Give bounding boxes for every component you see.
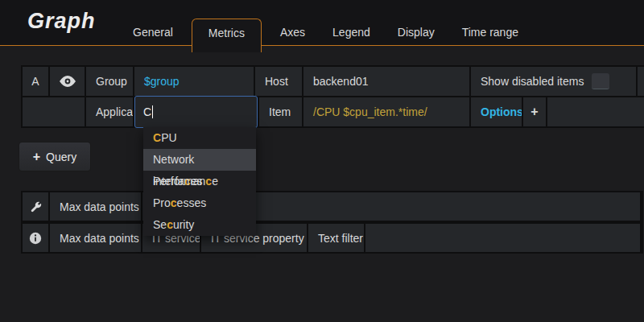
wrench-icon (30, 200, 42, 213)
group-label: Group (86, 67, 133, 96)
show-disabled-label: Show disabled items (481, 75, 584, 88)
item-segment[interactable]: /CPU $cpu_item.*time/ (303, 97, 469, 126)
show-disabled-items: Show disabled items (471, 67, 636, 96)
info-icon-cell (23, 224, 48, 252)
help-max-data-points-label: Max data points (50, 224, 141, 252)
eye-icon (59, 76, 76, 87)
host-label: Host (255, 67, 302, 96)
dropdown-item-processes[interactable]: Processes (143, 192, 256, 214)
add-query-button[interactable]: + Query (19, 142, 91, 171)
item-label: Item (259, 97, 302, 126)
plus-icon: + (33, 150, 40, 164)
dropdown-item-cpu[interactable]: CPU (143, 127, 256, 149)
max-data-points-label: Max data points (50, 192, 141, 221)
tab-legend[interactable]: Legend (319, 19, 384, 47)
help-row-filler-cell (365, 224, 640, 252)
row-filler-cell (638, 67, 644, 96)
query-rows: A Group $group Host backend01 Show disab… (21, 65, 644, 128)
application-input-value: C (143, 105, 151, 118)
tab-general[interactable]: General (119, 19, 187, 47)
row-filler-cell (547, 97, 644, 126)
tab-time-range[interactable]: Time range (448, 19, 532, 47)
application-label: Application (86, 97, 133, 126)
panel-editor-header: Graph General Metrics Axes Legend Displa… (0, 0, 644, 46)
query-visibility-toggle[interactable] (50, 67, 85, 96)
tab-metrics[interactable]: Metrics (192, 19, 262, 52)
dropdown-item-performance[interactable]: Performance (143, 171, 256, 192)
empty-ref-cell (23, 97, 85, 126)
application-input[interactable]: C (134, 96, 258, 128)
tab-axes[interactable]: Axes (266, 19, 319, 47)
show-disabled-checkbox[interactable] (592, 73, 609, 89)
query-ref-toggle[interactable]: A (23, 67, 48, 96)
add-metric-button[interactable]: + (523, 97, 546, 126)
application-autocomplete-dropdown: CPU Network interfaces Performance Proce… (143, 127, 256, 236)
add-query-label: Query (46, 151, 76, 163)
dropdown-item-network-interfaces[interactable]: Network interfaces (143, 149, 256, 171)
host-segment[interactable]: backend01 (303, 67, 469, 96)
panel-editor: Graph General Metrics Axes Legend Displa… (0, 0, 644, 322)
dropdown-item-security[interactable]: Security (143, 214, 256, 236)
text-caret (152, 105, 153, 118)
wrench-icon-cell (23, 192, 48, 221)
panel-options-rows: Max data points Max data points IT servi… (21, 191, 643, 254)
info-icon (29, 232, 42, 245)
tab-bar: General Metrics Axes Legend Display Time… (119, 19, 532, 47)
panel-title: Graph (27, 9, 96, 34)
options-button[interactable]: Options (471, 97, 522, 126)
group-segment[interactable]: $group (134, 67, 254, 96)
tab-display[interactable]: Display (384, 19, 448, 47)
text-filter-label: Text filter (308, 224, 364, 252)
